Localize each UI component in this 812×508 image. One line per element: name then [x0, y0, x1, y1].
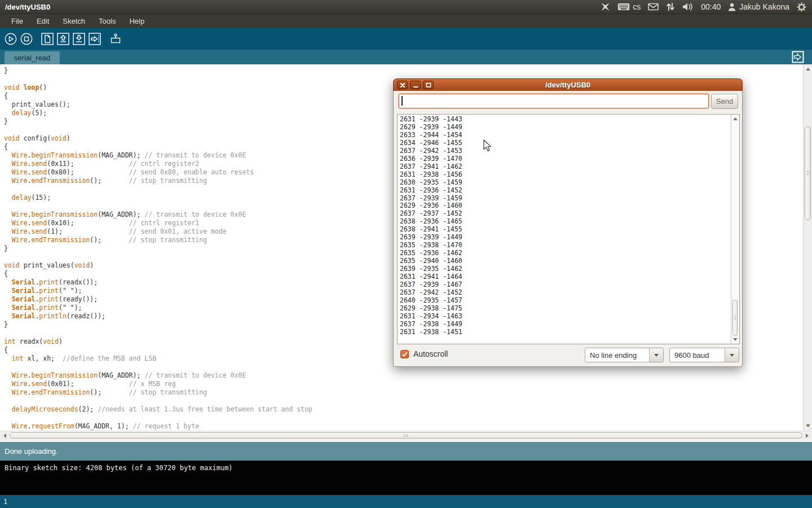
serial-send-input[interactable] [399, 94, 709, 108]
code-line [4, 329, 312, 338]
text-caret [401, 96, 403, 106]
serial-scroll-down-arrow[interactable] [733, 338, 738, 341]
maximize-icon [425, 82, 432, 89]
new-sketch-button[interactable] [40, 32, 55, 46]
new-tab-button[interactable] [792, 51, 804, 63]
close-button[interactable] [397, 81, 408, 89]
username-label: Jakub Kakona [739, 2, 789, 11]
menu-item-help[interactable]: Help [123, 15, 150, 27]
autoscroll-checkbox[interactable] [400, 350, 409, 358]
code-line [4, 253, 312, 261]
baud-rate-value: 9600 baud [670, 351, 725, 360]
system-tray: cs 00:40 Jakub Kakona [601, 2, 812, 12]
desktop: /dev/ttyUSB0 cs 00:40 [0, 0, 812, 508]
code-line: } [4, 321, 312, 329]
code-line: Wire.send(1); // send 0x01, active mode [4, 227, 312, 236]
pinwheel-indicator-icon[interactable] [601, 2, 610, 11]
code-line: Wire.beginTransmission(MAG_ADDR); // tra… [4, 371, 312, 380]
stop-button[interactable] [19, 32, 34, 46]
mouse-cursor [483, 139, 492, 152]
tab-serial-read[interactable]: serial_read [5, 51, 60, 64]
code-line: } [4, 117, 312, 126]
serial-vertical-scrollbar[interactable] [731, 115, 739, 344]
scroll-down-arrow[interactable] [806, 424, 810, 427]
new-sketch-icon [41, 32, 54, 46]
code-line: Wire.send(0x10); // cntrl register1 [4, 219, 312, 227]
line-ending-select[interactable]: No line ending [585, 348, 664, 362]
close-icon [399, 82, 406, 89]
verify-icon [4, 32, 17, 46]
serial-scroll-up-arrow[interactable] [733, 117, 738, 120]
scroll-left-arrow[interactable] [3, 433, 6, 438]
mail-indicator-icon[interactable] [648, 3, 659, 11]
menu-item-tools[interactable]: Tools [93, 15, 121, 27]
dropdown-arrow-icon[interactable] [725, 348, 739, 362]
save-sketch-button[interactable] [72, 32, 86, 46]
serial-output-text: 2631 -2939 -1443 2629 -2939 -1449 2633 -… [400, 116, 462, 336]
session-gear-icon[interactable] [797, 2, 806, 12]
code-line: Serial.println(readz()); [4, 312, 312, 321]
code-line: int readx(void) [4, 338, 312, 346]
keyboard-layout-indicator[interactable]: cs [617, 2, 641, 11]
code-line: Serial.print(ready()); [4, 295, 312, 304]
editor-vertical-scrollbar[interactable] [803, 64, 812, 431]
clock[interactable]: 00:40 [701, 2, 721, 11]
build-console: Binary sketch size: 4208 bytes (of a 307… [0, 461, 812, 495]
code-line: Serial.print(readx()); [4, 278, 312, 287]
code-line [4, 397, 312, 405]
scroll-right-arrow[interactable] [806, 433, 809, 438]
code-line: { [4, 346, 312, 354]
serial-vscroll-thumb[interactable] [732, 300, 738, 336]
baud-rate-select[interactable]: 9600 baud [669, 348, 739, 362]
user-menu[interactable]: Jakub Kakona [728, 2, 789, 11]
code-line: Wire.endTransmission(); // stop transmit… [4, 236, 312, 244]
upload-button[interactable] [87, 32, 102, 46]
send-button[interactable]: Send [711, 94, 738, 109]
code-line: { [4, 270, 312, 278]
serial-monitor-title: /dev/ttyUSB0 [394, 81, 742, 89]
editor-horizontal-scrollbar[interactable] [0, 431, 812, 440]
upload-icon [88, 32, 102, 46]
code-line: Serial.print(" "); [4, 287, 312, 295]
volume-indicator-icon[interactable] [682, 2, 694, 11]
minimize-icon [412, 82, 419, 89]
network-updown-indicator-icon[interactable] [666, 2, 675, 11]
serial-monitor-button[interactable] [108, 32, 123, 46]
code-line: Wire.send(0x11); // cntrl register2 [4, 160, 312, 168]
console-message: Binary sketch size: 4208 bytes (of a 307… [5, 464, 233, 472]
code-line [4, 363, 312, 371]
menu-item-sketch[interactable]: Sketch [57, 15, 91, 27]
code-line: { [4, 143, 312, 151]
code-line [4, 126, 312, 134]
keyboard-layout-label: cs [633, 2, 641, 11]
code-line: int xl, xh; //define the MSB and LSB [4, 354, 312, 363]
minimize-button[interactable] [410, 81, 421, 89]
code-line: delay(5); [4, 109, 312, 117]
toolbar [0, 28, 812, 50]
code-line: Wire.endTransmission(); // stop transmit… [4, 388, 312, 397]
verify-button[interactable] [3, 32, 18, 46]
dropdown-arrow-icon[interactable] [649, 348, 663, 362]
menu-item-edit[interactable]: Edit [31, 15, 55, 27]
code-line: Wire.beginTransmission(MAG_ADDR); // tra… [4, 211, 312, 219]
code-line: delay(15); [4, 194, 312, 202]
editor-vscroll-thumb[interactable] [805, 126, 811, 220]
status-message: Done uploading. [5, 447, 58, 456]
editor-hscroll-thumb[interactable] [10, 432, 802, 439]
window-title: /dev/ttyUSB0 [5, 3, 50, 11]
open-sketch-icon [56, 32, 70, 46]
menu-item-file[interactable]: File [6, 15, 29, 27]
serial-monitor-body: Send 2631 -2939 -1443 2629 -2939 -1449 2… [393, 91, 743, 367]
code-line: Wire.send(0x01); // x MSB reg [4, 380, 312, 388]
serial-output-area[interactable]: 2631 -2939 -1443 2629 -2939 -1449 2633 -… [397, 114, 740, 344]
open-sketch-button[interactable] [56, 32, 70, 46]
user-icon [728, 3, 736, 11]
current-line-number: 1 [3, 498, 7, 506]
keyboard-icon [617, 3, 630, 11]
code-text: } void loop(){ print_values(); delay(5);… [4, 67, 312, 431]
code-line: void print_values(void) [4, 261, 312, 270]
scroll-up-arrow[interactable] [806, 68, 810, 71]
serial-monitor-titlebar[interactable]: /dev/ttyUSB0 [393, 78, 743, 91]
maximize-button[interactable] [423, 81, 434, 89]
code-line: } [4, 67, 312, 75]
